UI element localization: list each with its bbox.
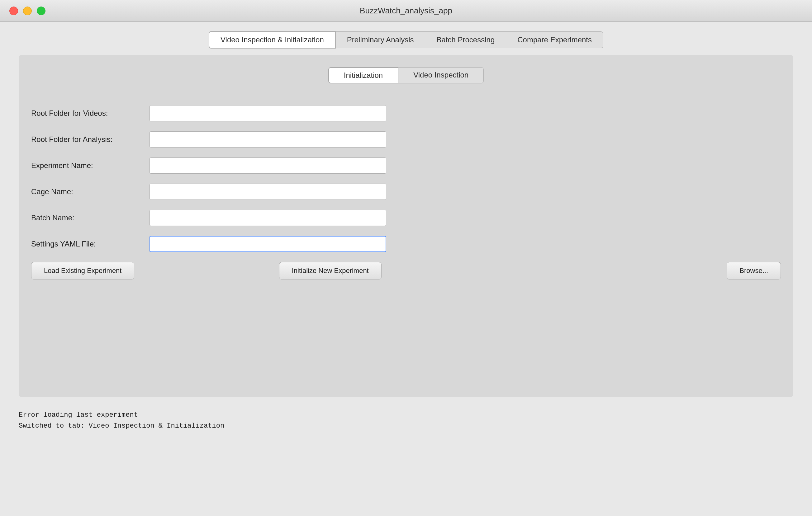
console-output: Error loading last experiment Switched t… [19, 409, 793, 472]
traffic-lights [9, 6, 46, 15]
initialization-form: Root Folder for Videos: Root Folder for … [31, 99, 781, 286]
tab-batch-processing[interactable]: Batch Processing [425, 31, 506, 48]
label-root-folder-analysis: Root Folder for Analysis: [31, 135, 149, 144]
titlebar: BuzzWatch_analysis_app [0, 0, 812, 22]
tab-video-inspection-initialization[interactable]: Video Inspection & Initialization [209, 31, 336, 49]
form-row-batch-name: Batch Name: [31, 210, 781, 226]
browse-button[interactable]: Browse... [727, 262, 781, 279]
label-cage-name: Cage Name: [31, 187, 149, 196]
input-batch-name[interactable] [149, 210, 386, 226]
label-batch-name: Batch Name: [31, 213, 149, 222]
close-button[interactable] [9, 6, 18, 15]
input-root-folder-analysis[interactable] [149, 131, 386, 148]
main-tab-bar: Video Inspection & Initialization Prelim… [0, 22, 812, 55]
content-area: Initialization Video Inspection Root Fol… [19, 55, 793, 397]
form-row-experiment-name: Experiment Name: [31, 157, 781, 174]
sub-tab-video-inspection[interactable]: Video Inspection [398, 67, 484, 83]
load-existing-experiment-button[interactable]: Load Existing Experiment [31, 262, 134, 279]
label-settings-yaml: Settings YAML File: [31, 240, 149, 248]
initialize-new-experiment-button[interactable]: Initialize New Experiment [279, 262, 381, 279]
sub-tab-initialization[interactable]: Initialization [328, 67, 398, 83]
console-line-2: Switched to tab: Video Inspection & Init… [19, 421, 793, 431]
input-settings-yaml[interactable] [149, 236, 386, 252]
maximize-button[interactable] [37, 6, 46, 15]
form-row-settings-yaml: Settings YAML File: [31, 236, 781, 252]
input-cage-name[interactable] [149, 184, 386, 200]
form-row-root-videos: Root Folder for Videos: [31, 105, 781, 121]
form-row-root-analysis: Root Folder for Analysis: [31, 131, 781, 148]
sub-tab-bar: Initialization Video Inspection [31, 67, 781, 83]
console-line-1: Error loading last experiment [19, 409, 793, 421]
input-experiment-name[interactable] [149, 157, 386, 174]
minimize-button[interactable] [23, 6, 32, 15]
tab-preliminary-analysis[interactable]: Preliminary Analysis [336, 31, 426, 48]
action-buttons-row: Load Existing Experiment Initialize New … [31, 262, 781, 279]
window-title: BuzzWatch_analysis_app [360, 6, 452, 16]
label-root-folder-videos: Root Folder for Videos: [31, 109, 149, 118]
tab-compare-experiments[interactable]: Compare Experiments [506, 31, 603, 48]
form-row-cage-name: Cage Name: [31, 184, 781, 200]
label-experiment-name: Experiment Name: [31, 161, 149, 170]
input-root-folder-videos[interactable] [149, 105, 386, 121]
